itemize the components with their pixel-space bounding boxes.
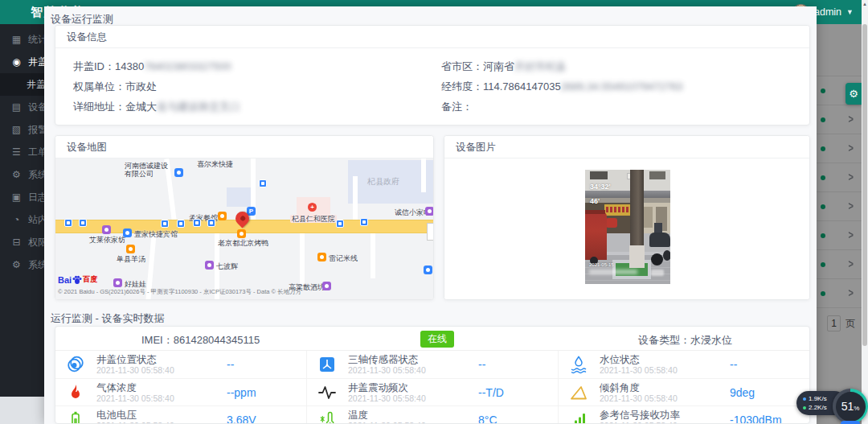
metric-cell-water: 水位状态2021-11-30 05:58:40-- — [559, 351, 809, 379]
photo-gps-watermark: 34°32' — [590, 183, 611, 191]
metric-value: --ppm — [227, 386, 256, 399]
device-type-value: 水浸水位 — [690, 334, 732, 346]
metric-timestamp: 2021-11-30 05:58:40 — [600, 365, 720, 375]
map-road — [421, 158, 426, 192]
map-building-block — [227, 187, 254, 207]
baidu-map[interactable]: 河南德诚建设有限公司喜尔来快捷孟家餐馆P壹家快捷宾馆+杞县仁和医院诚信小家电艾莱… — [55, 158, 433, 300]
realtime-section-title: 运行监测 - 设备实时数据 — [51, 311, 165, 326]
username: admin — [814, 6, 841, 18]
map-poi-marker-icon[interactable] — [317, 253, 326, 261]
metric-name: 三轴传感器状态 — [348, 354, 469, 365]
map-transit-icon[interactable] — [64, 219, 72, 227]
device-info-title: 设备信息 — [55, 26, 809, 48]
theme-settings-button[interactable]: ⚙ — [845, 83, 862, 105]
map-poi-marker-icon[interactable] — [205, 261, 214, 270]
device-map-card: 设备地图 河南德诚建设有限公司喜尔来快捷孟家餐馆P壹家快捷宾馆+杞县仁和医院诚信… — [55, 135, 434, 300]
device-image-title: 设备图片 — [444, 136, 809, 158]
upload-speed: 1.9K/s — [809, 394, 827, 403]
tilt-triangle-icon — [569, 383, 588, 402]
sidebar-item-icon: ⚙ — [11, 259, 22, 270]
upload-dot-icon — [803, 397, 806, 401]
map-poi-marker-icon[interactable] — [174, 168, 183, 177]
scroll-up-arrow[interactable]: ▲ — [862, 0, 868, 8]
download-speed: 2.2K/s — [809, 403, 827, 412]
metric-value: 9deg — [730, 386, 755, 399]
map-poi-label: 艾莱依家纺 — [89, 236, 125, 244]
map-transit-icon[interactable] — [259, 179, 267, 187]
download-dot-icon — [803, 406, 806, 410]
map-poi-label: 杞县仁和医院 — [290, 215, 337, 223]
sidebar-item-icon: ◉ — [11, 56, 22, 68]
photo-date-watermark: 2021-05-15 — [589, 262, 614, 267]
photo-gps-watermark-2: 46' — [590, 197, 600, 205]
info-field: 权属单位：市政处 — [73, 76, 441, 97]
flame-icon — [66, 383, 85, 402]
map-poi-marker-icon[interactable] — [126, 245, 135, 253]
metric-cell-temperature: 温度2021-11-30 05:58:408°C — [307, 406, 559, 424]
map-poi-marker-icon[interactable] — [424, 266, 432, 274]
metric-cell-sensor: 三轴传感器状态2021-11-30 05:58:40-- — [307, 351, 559, 379]
info-field: 详细地址：金城大道与建设路交叉口 — [73, 97, 441, 117]
info-field: 经纬度：114.78641470352689,34.55491079472763 — [441, 76, 809, 97]
device-map-title: 设备地图 — [55, 136, 433, 158]
baidu-paw-icon — [72, 275, 82, 285]
realtime-data-card: IMEI：861428044345115 在线 设备类型：水浸水位 井盖位置状态… — [55, 326, 810, 424]
map-poi-marker-icon[interactable] — [113, 278, 122, 287]
map-poi-marker-icon[interactable] — [123, 228, 132, 237]
metric-cell-manhole: 井盖位置状态2021-11-30 05:58:40-- — [55, 351, 307, 379]
map-transit-icon[interactable] — [177, 220, 185, 228]
manhole-icon — [66, 355, 85, 374]
map-control[interactable] — [427, 223, 433, 241]
map-poi-marker-icon[interactable]: + — [308, 203, 317, 212]
metric-timestamp: 2021-11-30 05:58:40 — [600, 421, 720, 424]
hidden-widget-icon — [841, 421, 860, 424]
map-transit-icon[interactable] — [336, 220, 344, 228]
metric-timestamp: 2021-11-30 05:58:40 — [96, 365, 217, 375]
metric-name: 电池电压 — [96, 410, 217, 421]
metric-cell-vibration: 井盖震动频次2021-11-30 05:58:40--T/D — [307, 379, 559, 406]
sidebar-item-icon: ▦ — [11, 34, 22, 45]
sidebar-item-icon: ▤ — [11, 101, 22, 113]
map-poi-label: 喜尔来快捷 — [197, 160, 233, 168]
metric-value: --T/D — [478, 386, 504, 399]
metric-cell-battery: 电池电压2021-11-30 05:58:403.68V — [55, 406, 307, 424]
metric-cell-signal: 参考信号接收功率2021-11-30 05:58:40-1030dBm — [559, 406, 809, 424]
map-transit-icon[interactable] — [207, 219, 215, 227]
map-poi-marker-icon[interactable] — [322, 282, 331, 290]
sidebar-item-icon: ☰ — [11, 146, 22, 158]
map-transit-icon[interactable] — [161, 220, 169, 228]
metric-value: -- — [478, 358, 485, 371]
sidebar-item-icon: ⊟ — [11, 237, 22, 248]
device-photo[interactable]: 34°32' 46' 2021-05-15 — [585, 170, 670, 284]
signal-bars-icon — [569, 410, 588, 424]
scrollbar-thumb[interactable] — [862, 24, 867, 346]
map-transit-icon[interactable] — [79, 219, 87, 227]
map-poi-marker-icon[interactable] — [102, 225, 111, 234]
map-poi-label: 雷记米线 — [329, 254, 358, 262]
sidebar-collapse-area[interactable] — [0, 397, 44, 424]
map-transit-icon[interactable] — [360, 218, 368, 226]
metric-cell-tilt: 倾斜角度2021-11-30 05:58:409deg — [559, 379, 809, 406]
metric-name: 井盖震动频次 — [348, 382, 469, 393]
map-poi-label: 好娃娃 — [125, 280, 146, 288]
map-poi-label: 壹家快捷宾馆 — [134, 230, 178, 238]
map-poi-marker-icon[interactable] — [237, 229, 246, 238]
thermometer-icon — [317, 410, 337, 424]
map-poi-marker-icon[interactable] — [218, 212, 227, 220]
map-poi-marker-icon[interactable] — [425, 207, 433, 216]
metric-value: -1030dBm — [730, 414, 782, 424]
metric-name: 参考信号接收功率 — [600, 410, 720, 421]
sidebar-item-icon: ⚙ — [11, 169, 22, 180]
map-attribution: © 2021 Baidu - GS(2021)6026号 - 甲测资字11009… — [58, 288, 301, 296]
map-poi-label: 河南德诚建设有限公司 — [125, 162, 171, 178]
metric-timestamp: 2021-11-30 05:58:40 — [348, 393, 469, 403]
sidebar-item-icon: ▧ — [11, 124, 22, 135]
online-status-badge: 在线 — [420, 331, 454, 348]
page-scrollbar[interactable]: ▲ — [862, 0, 868, 424]
map-transit-icon[interactable] — [193, 219, 201, 227]
progress-ring[interactable]: 51% — [833, 389, 868, 424]
map-road — [371, 233, 375, 278]
metric-name: 井盖位置状态 — [96, 354, 217, 365]
info-field: 备注： — [441, 97, 809, 117]
imei-value: 861428044345115 — [174, 334, 260, 346]
